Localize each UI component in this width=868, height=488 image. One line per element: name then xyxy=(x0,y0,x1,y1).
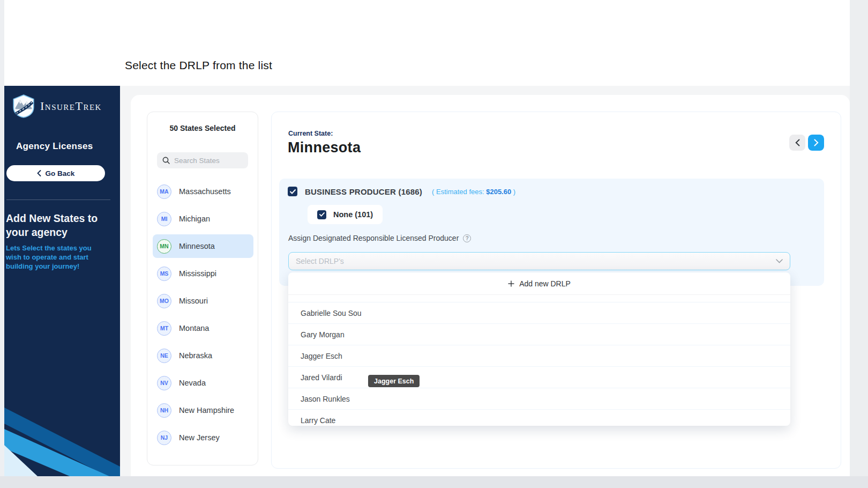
current-state-label: Current State: xyxy=(288,130,333,137)
brand-name: InsureTrek xyxy=(40,99,102,113)
go-back-label: Go Back xyxy=(46,169,75,178)
state-list-item[interactable]: MT Montana xyxy=(153,316,253,340)
drlp-option[interactable]: Gary Morgan xyxy=(288,324,790,345)
business-producer-row: BUSINESS PRODUCER (1686) ( Estimated fee… xyxy=(288,187,515,196)
state-list-item[interactable]: MA Massachusetts xyxy=(153,180,253,203)
state-name-label: Nebraska xyxy=(179,351,212,360)
fees-amount: $205.60 xyxy=(486,188,511,196)
state-list-item[interactable]: MN Minnesota xyxy=(153,234,253,258)
state-name-label: Massachusetts xyxy=(179,187,231,196)
state-code-badge: NV xyxy=(157,376,171,390)
chevron-left-icon xyxy=(795,139,800,146)
next-state-button[interactable] xyxy=(808,135,824,151)
business-producer-panel: BUSINESS PRODUCER (1686) ( Estimated fee… xyxy=(279,179,824,286)
business-producer-label: BUSINESS PRODUCER (1686) xyxy=(305,187,422,196)
sidebar-divider xyxy=(6,199,110,200)
state-list-item[interactable]: MI Michigan xyxy=(153,207,253,231)
drlp-option[interactable]: Gabrielle Sou Sou xyxy=(288,302,790,324)
state-name-label: Nevada xyxy=(179,379,206,387)
sidebar-decor-stripes xyxy=(4,347,120,476)
chevron-left-icon xyxy=(37,170,41,176)
state-name-label: Missouri xyxy=(179,297,208,305)
search-states-box xyxy=(157,152,248,168)
bottom-edge-bar xyxy=(0,476,868,488)
estimated-fees: ( Estimated fees: $205.60 ) xyxy=(432,188,515,196)
left-edge-strip xyxy=(0,0,4,488)
previous-state-button[interactable] xyxy=(789,135,805,151)
tooltip: Jagger Esch xyxy=(368,375,420,387)
fees-prefix: ( Estimated fees: xyxy=(432,188,486,196)
drlp-option-label: Gabrielle Sou Sou xyxy=(301,309,362,317)
chevron-right-icon xyxy=(814,139,819,146)
assign-drlp-label: Assign Designated Responsible Licensed P… xyxy=(288,234,459,242)
drlp-option[interactable]: Jason Runkles xyxy=(288,388,790,410)
state-code-badge: NJ xyxy=(157,431,171,445)
sidebar-promo-title: Add New States to your agency xyxy=(6,211,116,239)
state-list-item[interactable]: NV Nevada xyxy=(153,371,253,395)
fees-suffix: ) xyxy=(511,188,515,196)
go-back-button[interactable]: Go Back xyxy=(6,165,105,181)
loa-none-label: None (101) xyxy=(333,210,373,219)
drlp-option-label: Jason Runkles xyxy=(301,395,350,403)
state-code-badge: NH xyxy=(157,403,171,418)
brand-logo-row: InsureTrek xyxy=(12,94,102,118)
state-code-badge: MI xyxy=(157,212,171,226)
drlp-dropdown: Add new DRLP Gabrielle Sou Sou Gary Morg… xyxy=(288,272,790,426)
state-code-badge: NE xyxy=(157,349,171,363)
state-name-label: Michigan xyxy=(179,215,210,223)
drlp-select-input[interactable]: Select DRLP's xyxy=(288,252,790,270)
loa-none-checkbox[interactable] xyxy=(317,210,326,219)
state-name-label: New Jersey xyxy=(179,433,220,442)
state-name-label: Montana xyxy=(179,324,209,332)
drlp-select-placeholder: Select DRLP's xyxy=(296,257,344,265)
right-edge-strip xyxy=(850,0,868,488)
state-list-item[interactable]: NH New Hampshire xyxy=(153,398,253,422)
state-name-label: New Hampshire xyxy=(179,406,234,415)
drlp-option-label: Jagger Esch xyxy=(301,352,342,360)
loa-none-chip: None (101) xyxy=(308,205,383,224)
add-new-drlp-label: Add new DRLP xyxy=(519,279,571,288)
sidebar: InsureTrek Agency Licenses Go Back Add N… xyxy=(4,86,120,476)
state-list-item[interactable]: NE Nebraska xyxy=(153,344,253,367)
states-panel: 50 States Selected MA Massachusetts MI M… xyxy=(147,112,258,465)
state-detail-panel: Current State: Minnesota BUSINESS PRODUC… xyxy=(271,112,841,469)
help-icon[interactable] xyxy=(463,234,471,242)
assign-drlp-row: Assign Designated Responsible Licensed P… xyxy=(288,234,471,242)
chevron-down-icon xyxy=(776,259,783,263)
state-name-label: Minnesota xyxy=(179,242,215,250)
add-new-drlp-option[interactable]: Add new DRLP xyxy=(288,272,790,295)
state-list-item[interactable]: MS Mississippi xyxy=(153,262,253,285)
state-code-badge: MT xyxy=(157,321,171,336)
check-icon xyxy=(290,189,296,194)
check-icon xyxy=(319,212,325,217)
insuretrek-shield-icon xyxy=(12,94,35,118)
state-list-item[interactable]: MO Missouri xyxy=(153,289,253,313)
sidebar-section-title: Agency Licenses xyxy=(16,141,93,152)
state-code-badge: MA xyxy=(157,184,171,199)
drlp-option-label: Larry Cate xyxy=(301,416,335,425)
drlp-option[interactable]: Jared Vilardi xyxy=(288,367,790,388)
state-name-label: Mississippi xyxy=(179,269,216,278)
instruction-text: Select the DRLP from the list xyxy=(125,59,272,72)
plus-icon xyxy=(508,280,514,287)
drlp-option-list: Gabrielle Sou Sou Gary Morgan Jagger Esc… xyxy=(288,302,790,426)
drlp-option-label: Jared Vilardi xyxy=(301,373,342,382)
search-states-input[interactable] xyxy=(174,157,238,165)
drlp-option[interactable]: Larry Cate xyxy=(288,410,790,426)
states-panel-title: 50 States Selected xyxy=(147,124,258,132)
state-list: MA Massachusetts MI Michigan MN Minnesot… xyxy=(147,180,258,453)
search-icon xyxy=(162,157,170,164)
state-code-badge: MO xyxy=(157,294,171,308)
dropdown-spacer-row xyxy=(288,295,790,302)
sidebar-promo-text: Lets Select the states you wish to opera… xyxy=(6,243,103,271)
state-list-item[interactable]: NJ New Jersey xyxy=(153,426,253,449)
state-code-badge: MN xyxy=(157,239,171,254)
business-producer-checkbox[interactable] xyxy=(288,187,297,196)
drlp-option[interactable]: Jagger Esch xyxy=(288,345,790,367)
drlp-option-label: Gary Morgan xyxy=(301,330,345,339)
current-state-name: Minnesota xyxy=(288,139,361,156)
state-code-badge: MS xyxy=(157,267,171,281)
